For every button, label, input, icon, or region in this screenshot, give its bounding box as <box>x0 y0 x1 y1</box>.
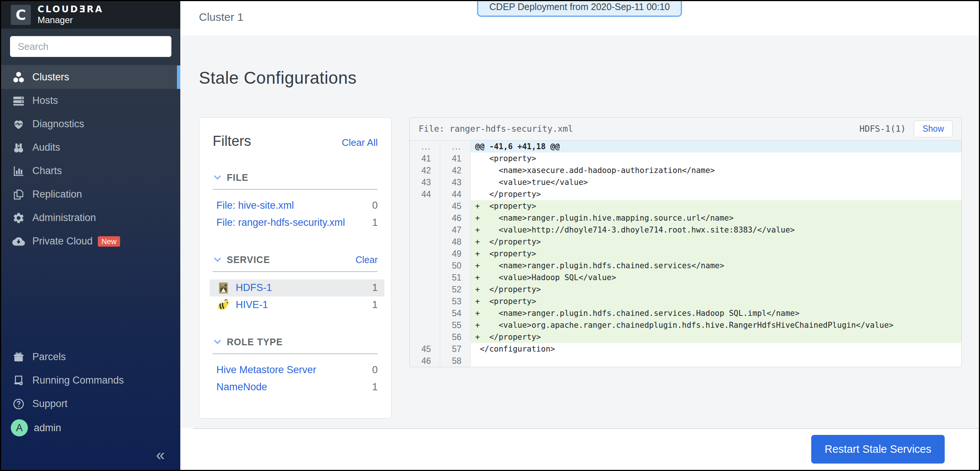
diff-row: 4658 <box>410 355 961 367</box>
sidebar-item-diagnostics[interactable]: Diagnostics <box>1 112 180 136</box>
filter-item-link[interactable]: File: hive-site.xml <box>216 200 372 211</box>
diff-line: + <property> <box>471 295 961 307</box>
diff-gutter-old: 45 <box>410 343 440 355</box>
diff-gutter-old <box>410 307 440 319</box>
divider <box>213 353 378 354</box>
sidebar-item-label: Private Cloud <box>32 235 92 247</box>
show-button[interactable]: Show <box>914 121 953 137</box>
diff-gutter-old: 41 <box>410 153 440 164</box>
sidebar-item-admin-user[interactable]: A admin <box>1 415 180 440</box>
sidebar-bottom: ParcelsRunning CommandsSupport A admin « <box>1 345 180 470</box>
diff-header: File: ranger-hdfs-security.xml HDFS-1(1)… <box>410 118 961 141</box>
filter-item: File: ranger-hdfs-security.xml1 <box>210 214 384 232</box>
sidebar-item-label: Parcels <box>32 351 66 363</box>
brand-name: CLOUDƎRA <box>38 5 103 15</box>
filter-item-link[interactable]: HDFS-1 <box>236 282 372 294</box>
diff-gutter-new: 53 <box>440 295 471 307</box>
sidebar-item-replication[interactable]: Replication <box>1 183 180 206</box>
filter-section-label: SERVICE <box>227 254 355 265</box>
diff-row: 53+ <property> <box>410 295 961 307</box>
diff-gutter-old: 43 <box>410 176 440 188</box>
diff-gutter-new: 46 <box>440 212 471 224</box>
diff-line: + <value>Hadoop SQL</value> <box>471 271 961 284</box>
diff-line: + </property> <box>471 331 961 343</box>
audits-icon <box>12 141 25 154</box>
divider <box>213 189 378 190</box>
filter-section-role-type: ROLE TYPEHive Metastore Server0NameNode1 <box>213 337 378 396</box>
sidebar-item-administration[interactable]: Administration <box>1 206 180 230</box>
diff-line: </configuration> <box>471 343 961 355</box>
filter-clear-link[interactable]: Clear <box>355 254 378 265</box>
replication-icon <box>12 188 25 201</box>
filter-item: HIVE-11 <box>210 297 384 314</box>
deployment-banner: CDEP Deployment from 2020-Sep-11 00:10 <box>477 1 682 17</box>
diff-gutter-new: 57 <box>440 343 471 355</box>
diff-gutter-new: 58 <box>440 355 471 367</box>
footer-bar: Restart Stale Services <box>180 428 979 470</box>
diff-line: + <property> <box>471 200 961 212</box>
sidebar-item-support[interactable]: Support <box>1 392 180 415</box>
restart-stale-services-button[interactable]: Restart Stale Services <box>811 435 945 463</box>
diff-row: 46+ <name>ranger.plugin.hive.mapping.sou… <box>410 212 961 224</box>
sidebar-item-private-cloud[interactable]: Private CloudNew <box>1 230 180 253</box>
diff-row: 4444 </property> <box>410 188 961 200</box>
avatar: A <box>11 419 28 436</box>
sidebar-item-running-commands[interactable]: Running Commands <box>1 369 180 392</box>
sidebar-item-label: Audits <box>32 142 60 153</box>
collapse-sidebar-icon[interactable]: « <box>156 447 165 463</box>
sidebar-item-clusters[interactable]: Clusters <box>1 65 180 89</box>
diagnostics-icon <box>12 118 25 131</box>
diff-gutter-new: 44 <box>440 188 471 200</box>
diff-gutter-new: 51 <box>440 271 471 284</box>
logo-letter: C <box>16 8 26 22</box>
diff-row: 48+ </property> <box>410 236 961 248</box>
diff-gutter-new: 56 <box>440 331 471 343</box>
brand-product: Manager <box>38 15 103 25</box>
diff-line: + <value>http://dhoyle714-3.dhoyle714.ro… <box>471 224 961 236</box>
sidebar-item-audits[interactable]: Audits <box>1 136 180 159</box>
filter-item-link[interactable]: File: ranger-hdfs-security.xml <box>216 217 372 228</box>
diff-row: 52+ </property> <box>410 284 961 295</box>
diff-gutter-old <box>410 295 440 307</box>
diff-line: <property> <box>471 153 961 164</box>
private-cloud-icon <box>12 235 25 248</box>
diff-gutter-new: 54 <box>440 307 471 319</box>
diff-gutter-new: 42 <box>440 164 471 176</box>
filter-item-link[interactable]: NameNode <box>216 382 372 393</box>
username-label: admin <box>34 422 61 434</box>
chevron-down-icon[interactable] <box>213 172 222 182</box>
diff-gutter-new: 45 <box>440 200 471 212</box>
chevron-down-icon[interactable] <box>213 255 222 265</box>
diff-row: 51+ <value>Hadoop SQL</value> <box>410 271 961 284</box>
filter-item-link[interactable]: Hive Metastore Server <box>216 364 372 376</box>
filter-item: Hive Metastore Server0 <box>210 362 384 379</box>
filter-item-count: 0 <box>372 364 378 376</box>
filter-section-file: FILEFile: hive-site.xml0File: ranger-hdf… <box>213 172 378 232</box>
sidebar-item-charts[interactable]: Charts <box>1 159 180 183</box>
charts-icon <box>12 165 25 177</box>
clear-all-link[interactable]: Clear All <box>342 137 378 148</box>
support-icon <box>12 398 25 410</box>
diff-line <box>471 355 961 367</box>
diff-gutter-old: 44 <box>410 188 440 200</box>
search-input[interactable] <box>10 36 172 57</box>
sidebar-item-parcels[interactable]: Parcels <box>1 345 180 369</box>
top-band: Cluster 1 CDEP Deployment from 2020-Sep-… <box>180 1 979 35</box>
diff-line: + <value>org.apache.ranger.chainedplugin… <box>471 319 961 331</box>
sidebar-item-hosts[interactable]: Hosts <box>1 89 180 112</box>
chevron-down-icon[interactable] <box>213 337 222 347</box>
sidebar-item-label: Clusters <box>32 72 69 83</box>
hive-service-icon <box>216 298 231 312</box>
filters-title: Filters <box>213 133 251 149</box>
filter-section-service: SERVICEClearHDFS-11HIVE-11 <box>213 254 378 314</box>
diff-gutter-old: 42 <box>410 164 440 176</box>
diff-line: + <property> <box>471 248 961 260</box>
sidebar-item-label: Administration <box>32 212 96 224</box>
running-commands-icon <box>12 374 25 387</box>
diff-row: 4557 </configuration> <box>410 343 961 355</box>
diff-line: + <name>ranger.plugin.hdfs.chained.servi… <box>471 260 961 271</box>
diff-panel: File: ranger-hdfs-security.xml HDFS-1(1)… <box>409 117 962 367</box>
diff-gutter-new: 55 <box>440 319 471 331</box>
filter-item-link[interactable]: HIVE-1 <box>236 299 372 311</box>
sidebar-item-label: Hosts <box>32 95 58 106</box>
